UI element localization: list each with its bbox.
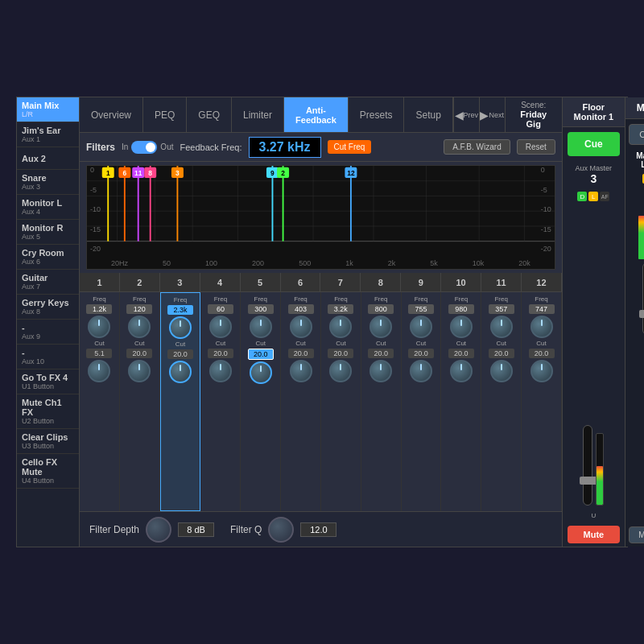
ch11-cut-val[interactable]: 20.0 <box>489 349 514 358</box>
ch8-cut-val[interactable]: 20.0 <box>368 349 394 358</box>
ch11-knob[interactable] <box>490 316 513 338</box>
ch4-cut-val[interactable]: 20.0 <box>208 349 233 358</box>
ch6-knob[interactable] <box>290 316 312 338</box>
ch6-freq-label: Freq <box>294 295 307 303</box>
ch6-cut-val[interactable]: 20.0 <box>288 349 314 358</box>
ch-num-9: 9 <box>401 273 441 291</box>
ch2-freq-val[interactable]: 120 <box>126 304 152 314</box>
sidebar-item-aux10[interactable]: - Aux 10 <box>17 345 79 369</box>
sidebar-item-main-mix[interactable]: Main Mix L/R <box>17 97 79 122</box>
cue-button[interactable]: Cue <box>568 132 620 156</box>
sidebar-item-snare[interactable]: Snare Aux 3 <box>17 170 79 195</box>
ch8-knob[interactable] <box>369 316 392 338</box>
ch-num-7: 7 <box>320 273 361 291</box>
ch9-knob[interactable] <box>410 316 432 338</box>
tab-presets[interactable]: Presets <box>349 97 405 132</box>
main-cue-button[interactable]: Cue <box>629 124 644 145</box>
ch9-freq-val[interactable]: 755 <box>408 304 434 314</box>
next-button[interactable]: ▶ Next <box>480 97 506 133</box>
ch5-cut-val[interactable]: 20.0 <box>248 349 274 360</box>
sidebar-item-gerry-keys[interactable]: Gerry Keys Aux 8 <box>17 295 79 320</box>
tab-geq[interactable]: GEQ <box>187 97 232 132</box>
channel-col-12: Freq 747 Cut 20.0 <box>522 292 562 511</box>
ch1-freq-val[interactable]: 1.2k <box>86 304 112 314</box>
sidebar-item-guitar[interactable]: Guitar Aux 7 <box>17 270 79 295</box>
sidebar-item-cry-room[interactable]: Cry Room Aux 6 <box>17 245 79 270</box>
ch12-freq-label: Freq <box>535 295 547 303</box>
tab-anti-feedback[interactable]: Anti- Feedback <box>284 97 349 132</box>
ch12-freq-val[interactable]: 747 <box>529 304 555 314</box>
filter-depth-knob[interactable] <box>146 517 171 543</box>
filter-q-group: Filter Q 12.0 <box>230 517 336 543</box>
svg-text:3: 3 <box>175 169 180 177</box>
ch8-freq-val[interactable]: 800 <box>368 304 394 314</box>
ch-num-12: 12 <box>522 273 562 291</box>
ch7-cut-val[interactable]: 20.0 <box>328 349 353 358</box>
tab-peq[interactable]: PEQ <box>143 97 187 132</box>
svg-text:8: 8 <box>148 169 152 177</box>
sidebar-item-monitor-r[interactable]: Monitor R Aux 5 <box>17 220 79 245</box>
ch4-knob[interactable] <box>209 316 232 338</box>
tab-setup[interactable]: Setup <box>404 97 452 132</box>
ch5-cut-knob[interactable] <box>250 361 272 384</box>
ch4-cut-knob[interactable] <box>209 360 232 382</box>
filter-q-knob[interactable] <box>268 517 294 543</box>
ch2-knob[interactable] <box>128 316 151 338</box>
sidebar-item-aux2[interactable]: Aux 2 <box>17 147 79 170</box>
ch7-cut-knob[interactable] <box>329 360 352 382</box>
tab-overview[interactable]: Overview <box>80 97 143 132</box>
sidebar-item-aux9[interactable]: - Aux 9 <box>17 320 79 345</box>
reset-button[interactable]: Reset <box>517 139 555 155</box>
mains-handle[interactable] <box>639 310 644 318</box>
main-mute-button[interactable]: Mute <box>629 526 644 543</box>
prev-button[interactable]: ◀ Prev <box>454 97 480 133</box>
toggle-pill[interactable] <box>131 141 157 154</box>
ch9-cut-knob[interactable] <box>410 360 432 382</box>
ch11-freq-val[interactable]: 357 <box>489 304 514 314</box>
sidebar-item-cello-fx-mute[interactable]: Cello FX Mute U4 Button <box>17 454 79 489</box>
sidebar-item-monitor-l[interactable]: Monitor L Aux 4 <box>17 195 79 220</box>
ch10-cut-knob[interactable] <box>450 360 473 382</box>
l-indicator: L <box>588 192 598 201</box>
ch3-freq-val[interactable]: 2.3k <box>167 305 193 315</box>
ch1-cut-val[interactable]: 5.1 <box>86 349 112 358</box>
ch12-cut-knob[interactable] <box>530 360 553 382</box>
filter-toggle[interactable]: In Out <box>122 141 173 154</box>
ch10-knob[interactable] <box>450 316 473 338</box>
sidebar-item-mute-ch1-fx[interactable]: Mute Ch1 FX U2 Button <box>17 394 79 429</box>
channel-col-5: Freq 300 Cut 20.0 <box>241 292 281 511</box>
ch10-cut-val[interactable]: 20.0 <box>448 349 474 358</box>
ch1-cut-knob[interactable] <box>88 360 110 382</box>
ch3-cut-knob[interactable] <box>169 361 192 383</box>
sidebar-item-label: Clear Clips <box>22 432 74 442</box>
ch8-cut-knob[interactable] <box>369 360 392 382</box>
fader-handle[interactable] <box>580 477 597 485</box>
ch12-cut-val[interactable]: 20.0 <box>529 349 555 358</box>
sidebar-item-jims-ear[interactable]: Jim's Ear Aux 1 <box>17 122 79 147</box>
mute-button[interactable]: Mute <box>568 526 620 543</box>
cut-freq-button[interactable]: Cut Freq <box>328 140 372 154</box>
ch4-freq-val[interactable]: 60 <box>208 304 233 314</box>
ch1-knob[interactable] <box>88 316 110 338</box>
ch11-cut-knob[interactable] <box>490 360 513 382</box>
ch3-cut-val[interactable]: 20.0 <box>167 349 193 359</box>
ch6-cut-knob[interactable] <box>290 360 312 382</box>
fader-track[interactable] <box>583 425 592 506</box>
ch7-knob[interactable] <box>329 316 352 338</box>
ch6-freq-val[interactable]: 403 <box>288 304 314 314</box>
afb-wizard-button[interactable]: A.F.B. Wizard <box>444 139 510 155</box>
ch10-freq-val[interactable]: 980 <box>448 304 474 314</box>
ch2-cut-knob[interactable] <box>128 360 151 382</box>
tab-limiter[interactable]: Limiter <box>232 97 284 132</box>
ch9-cut-val[interactable]: 20.0 <box>408 349 434 358</box>
d-indicator: D <box>577 192 587 201</box>
ch2-cut-val[interactable]: 20.0 <box>126 349 152 358</box>
ch12-knob[interactable] <box>530 316 553 338</box>
sidebar-item-go-to-fx4[interactable]: Go To FX 4 U1 Button <box>17 369 79 394</box>
ch3-knob[interactable] <box>169 316 192 339</box>
ch7-freq-val[interactable]: 3.2k <box>328 304 353 314</box>
sidebar-item-clear-clips[interactable]: Clear Clips U3 Button <box>17 429 79 454</box>
ch5-freq-val[interactable]: 300 <box>248 304 274 314</box>
fader-indicators: D L AF <box>577 192 609 201</box>
ch5-knob[interactable] <box>250 316 272 338</box>
